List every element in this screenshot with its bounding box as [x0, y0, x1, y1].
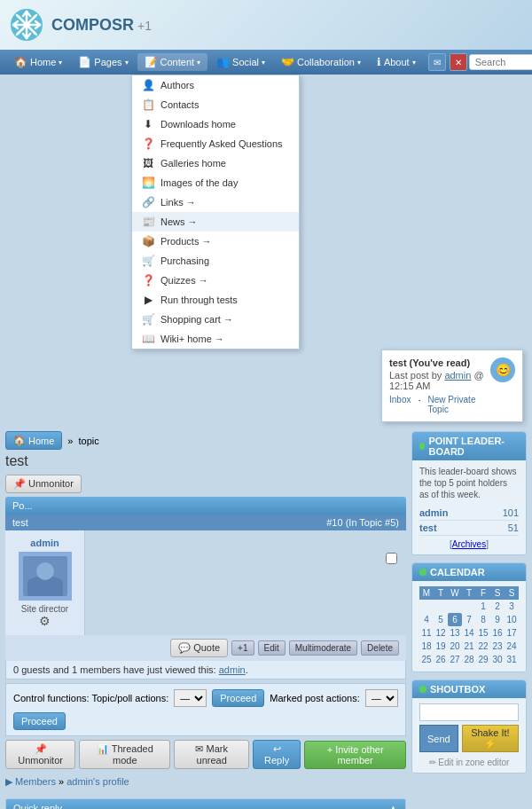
- nav-envelope-icon[interactable]: ✉: [428, 53, 446, 71]
- unmonitor-button-top[interactable]: 📌 Unmonitor: [5, 475, 82, 493]
- menu-quizzes[interactable]: ❓ Quizzes →: [132, 271, 299, 290]
- cal-day-2[interactable]: 2: [495, 601, 500, 611]
- cal-day-11[interactable]: 11: [421, 628, 431, 638]
- nav-social[interactable]: 👥 Social ▾: [209, 53, 272, 71]
- delete-button[interactable]: Delete: [361, 640, 399, 656]
- calendar-dot: [419, 569, 426, 576]
- nav-content[interactable]: 📝 Content ▾: [137, 53, 208, 71]
- shoutbox-send-button[interactable]: Send: [419, 725, 458, 752]
- cal-day-6[interactable]: 6: [452, 615, 458, 624]
- threaded-mode-button[interactable]: 📊 Threaded mode: [79, 740, 170, 769]
- nav-about[interactable]: ℹ About ▾: [370, 53, 423, 71]
- cal-day-21[interactable]: 21: [464, 641, 473, 651]
- cal-day-10[interactable]: 10: [506, 615, 516, 624]
- cal-day-8[interactable]: 8: [481, 615, 486, 624]
- cal-day-23[interactable]: 23: [492, 641, 502, 651]
- menu-links[interactable]: 🔗 Links →: [132, 192, 299, 212]
- leaderboard-user-link-1[interactable]: admin: [419, 507, 448, 518]
- menu-shopping[interactable]: 🛒 Shopping cart →: [132, 310, 299, 329]
- marked-actions-select[interactable]: —: [365, 689, 398, 707]
- menu-wiki[interactable]: 📖 Wiki+ home →: [132, 329, 299, 349]
- profile-link[interactable]: admin's profile: [66, 776, 129, 787]
- search-input[interactable]: [469, 54, 532, 70]
- menu-galleries[interactable]: 🖼 Galleries home: [132, 153, 299, 173]
- user-avatar: [19, 552, 72, 601]
- nav-alert-icon[interactable]: ✕: [450, 53, 467, 71]
- cal-day-31[interactable]: 31: [506, 655, 516, 664]
- leaderboard-name-1: admin: [419, 507, 448, 518]
- leaderboard-body: This leader-board shows the top 5 point …: [412, 460, 526, 554]
- shoutbox-input[interactable]: [419, 703, 519, 721]
- cal-day-t2: T: [462, 586, 476, 600]
- member-info-link[interactable]: admin: [219, 664, 246, 675]
- menu-authors[interactable]: 👤 Authors: [132, 75, 299, 95]
- nav-collaboration[interactable]: 🤝 Collaboration ▾: [274, 53, 368, 71]
- menu-downloads[interactable]: ⬇ Downloads home: [132, 114, 299, 134]
- cal-day-27[interactable]: 27: [450, 655, 459, 664]
- menu-faq[interactable]: ❓ Frequently Asked Questions: [132, 134, 299, 153]
- home-button[interactable]: 🏠 Home: [5, 431, 62, 450]
- cal-day-15[interactable]: 15: [478, 628, 488, 638]
- reply-button-bottom[interactable]: ↩ Reply: [253, 740, 301, 769]
- edit-button[interactable]: Edit: [258, 640, 286, 656]
- edit-zone-link[interactable]: ✏ Edit in zone editor: [419, 758, 519, 767]
- cal-day-22[interactable]: 22: [478, 641, 488, 651]
- cal-day-9[interactable]: 9: [495, 615, 500, 624]
- cal-day-14[interactable]: 14: [464, 628, 473, 638]
- leaderboard-score-link-2[interactable]: 51: [508, 522, 519, 533]
- cal-day-29[interactable]: 29: [478, 655, 488, 664]
- popup-admin-link[interactable]: admin: [444, 370, 471, 381]
- cal-day-5[interactable]: 5: [438, 615, 443, 624]
- post-info-bar: test #10 (In Topic #5): [5, 514, 406, 530]
- shoutbox-shake-button[interactable]: Shake It! ⚡: [462, 725, 519, 752]
- multimoderate-button[interactable]: Multimoderate: [289, 640, 357, 656]
- cal-day-3[interactable]: 3: [509, 601, 514, 611]
- cal-day-4[interactable]: 4: [424, 615, 429, 624]
- members-link-area: ▶ Members » admin's profile: [5, 773, 406, 791]
- mark-unread-button-bottom[interactable]: ✉ Mark unread: [174, 740, 249, 769]
- quote-button[interactable]: 💬 Quote: [170, 639, 228, 657]
- leaderboard-user-link-2[interactable]: test: [419, 522, 437, 533]
- leaderboard-description: This leader-board shows the top 5 point …: [419, 466, 519, 500]
- leaderboard-score-link-1[interactable]: 101: [503, 507, 519, 518]
- new-private-topic-link[interactable]: New Private Topic: [428, 395, 487, 414]
- quick-reply-collapse-icon[interactable]: ▲: [388, 803, 398, 809]
- cal-day-12[interactable]: 12: [435, 628, 445, 638]
- nav-home[interactable]: 🏠 Home ▾: [7, 53, 69, 71]
- message-popup: test (You've read) Last post by admin @ …: [381, 350, 523, 422]
- cal-day-20[interactable]: 20: [450, 641, 459, 651]
- logo-icon: [9, 7, 44, 43]
- cal-day-19[interactable]: 19: [435, 641, 445, 651]
- cal-day-7[interactable]: 7: [466, 615, 472, 624]
- cal-day-m: M: [419, 586, 434, 600]
- cal-day-13[interactable]: 13: [450, 628, 459, 638]
- proceed-button-2[interactable]: Proceed: [13, 712, 66, 730]
- cal-day-16[interactable]: 16: [492, 628, 502, 638]
- menu-run-tests[interactable]: ▶ Run through tests: [132, 290, 299, 310]
- members-link[interactable]: Members: [15, 776, 56, 787]
- cal-day-30[interactable]: 30: [492, 655, 502, 664]
- menu-news[interactable]: 📰 News →: [132, 212, 299, 232]
- menu-purchasing[interactable]: 🛒 Purchasing: [132, 251, 299, 271]
- invite-button-bottom[interactable]: + Invite other member: [304, 741, 406, 769]
- cal-day-18[interactable]: 18: [421, 641, 431, 651]
- cal-day-28[interactable]: 28: [464, 655, 473, 664]
- cal-day-26[interactable]: 26: [435, 655, 445, 664]
- topic-actions-select[interactable]: —: [174, 689, 207, 707]
- cal-day-1[interactable]: 1: [481, 601, 486, 611]
- post-checkbox[interactable]: [386, 553, 397, 564]
- unmonitor-icon-top: 📌: [13, 478, 26, 489]
- cal-day-24[interactable]: 24: [506, 641, 516, 651]
- unmonitor-button-bottom[interactable]: 📌 Unmonitor: [5, 740, 75, 769]
- menu-products[interactable]: 📦 Products →: [132, 232, 299, 251]
- cal-day-25[interactable]: 25: [421, 655, 431, 664]
- menu-contacts[interactable]: 📋 Contacts: [132, 95, 299, 114]
- nav-pages[interactable]: 📄 Pages ▾: [71, 53, 135, 71]
- cal-day-17[interactable]: 17: [506, 628, 516, 638]
- header: COMPOSR +1: [0, 0, 532, 50]
- inbox-link[interactable]: Inbox: [389, 395, 411, 414]
- proceed-button-1[interactable]: Proceed: [212, 689, 264, 707]
- archives-link-anchor[interactable]: Archives: [452, 539, 486, 549]
- menu-images-day[interactable]: 🌅 Images of the day: [132, 173, 299, 192]
- plus1-button[interactable]: +1: [231, 640, 254, 656]
